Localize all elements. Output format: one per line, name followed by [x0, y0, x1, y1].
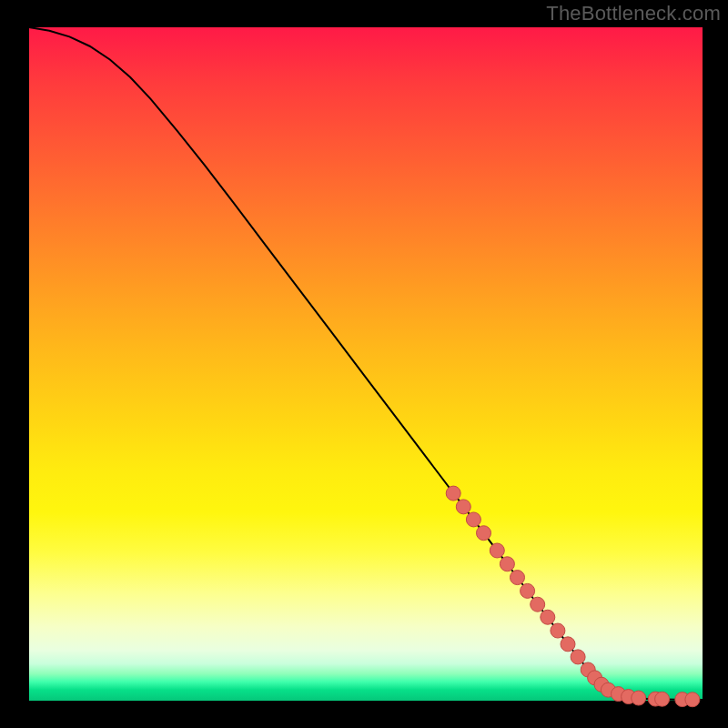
marker-dot	[477, 526, 491, 541]
marker-dot	[561, 637, 575, 652]
marker-dot	[500, 557, 514, 571]
plot-area	[29, 27, 703, 701]
chart-frame: TheBottleneck.com	[0, 0, 728, 728]
marker-dot	[541, 610, 555, 624]
marker-dot	[490, 543, 504, 558]
marker-dot	[521, 583, 535, 598]
watermark-text: TheBottleneck.com	[546, 2, 721, 25]
marker-dot	[551, 623, 565, 638]
marker-dot	[685, 693, 700, 707]
marker-dot	[531, 597, 545, 612]
marker-dot	[466, 512, 480, 527]
marker-dot	[632, 691, 646, 705]
chart-overlay	[29, 27, 703, 701]
bottleneck-curve	[29, 27, 703, 700]
marker-dot	[511, 571, 525, 585]
marker-dot	[446, 486, 460, 500]
marker-group	[446, 486, 700, 707]
marker-dot	[456, 500, 470, 514]
marker-dot	[571, 650, 585, 664]
marker-dot	[655, 692, 670, 706]
